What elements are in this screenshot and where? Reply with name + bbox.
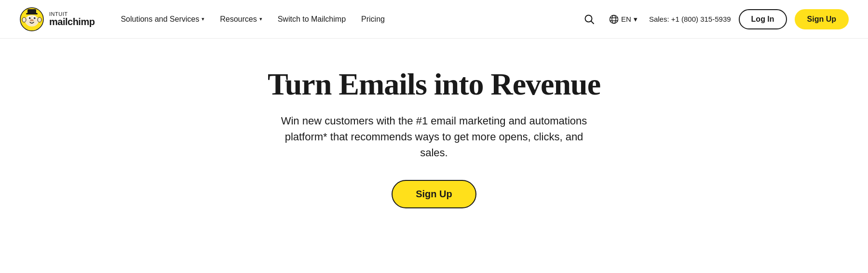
nav-switch-label: Switch to Mailchimp [278,15,346,24]
logo-text: INTUIT mailchimp [49,12,95,27]
lang-chevron-icon: ▾ [634,15,637,24]
nav-solutions-label: Solutions and Services [121,15,199,24]
svg-point-17 [610,15,618,23]
svg-point-5 [34,17,36,19]
nav-solutions[interactable]: Solutions and Services ▾ [114,11,211,27]
svg-point-11 [22,17,26,22]
svg-rect-14 [27,9,36,14]
resources-chevron-icon: ▾ [259,16,262,22]
lang-label: EN [621,15,631,23]
nav-pricing-label: Pricing [361,15,385,24]
signup-nav-button[interactable]: Sign Up [795,9,849,29]
login-button[interactable]: Log In [739,9,787,29]
svg-point-9 [31,20,32,21]
nav-links: Solutions and Services ▾ Resources ▾ Swi… [114,11,577,27]
svg-point-8 [30,19,34,21]
hero-section: Turn Emails into Revenue Win new custome… [0,39,868,228]
main-nav: INTUIT mailchimp Solutions and Services … [0,0,868,39]
hero-subtitle: Win new customers with the #1 email mark… [280,113,588,161]
mailchimp-label: mailchimp [49,17,95,27]
solutions-chevron-icon: ▾ [202,16,204,22]
nav-resources[interactable]: Resources ▾ [213,11,269,27]
svg-point-10 [32,20,33,21]
hero-title: Turn Emails into Revenue [268,68,600,101]
svg-point-7 [35,17,35,18]
svg-point-6 [30,17,30,18]
search-icon [584,14,595,25]
nav-switch[interactable]: Switch to Mailchimp [271,11,353,27]
nav-resources-label: Resources [220,15,257,24]
nav-pricing[interactable]: Pricing [354,11,392,27]
search-button[interactable] [581,11,597,27]
signup-hero-button[interactable]: Sign Up [392,180,476,208]
mailchimp-monkey-icon [19,7,44,32]
svg-point-4 [29,17,31,19]
nav-right: EN ▾ Sales: +1 (800) 315-5939 Log In Sig… [581,9,849,29]
sales-phone: Sales: +1 (800) 315-5939 [649,15,731,23]
svg-line-16 [591,21,594,23]
language-selector[interactable]: EN ▾ [605,12,641,27]
svg-point-18 [612,15,616,23]
svg-point-12 [38,17,41,22]
globe-icon [609,14,619,24]
logo[interactable]: INTUIT mailchimp [19,7,95,32]
